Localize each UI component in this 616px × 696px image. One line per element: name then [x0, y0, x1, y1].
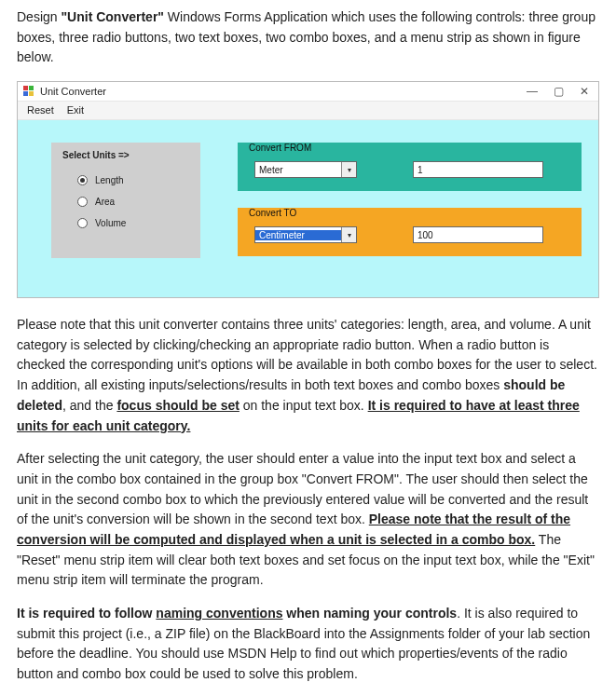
app-window: Unit Converter — ▢ ✕ Reset Exit Select U… — [17, 81, 599, 298]
radio-area[interactable] — [77, 197, 88, 207]
intro-prefix: Design — [17, 9, 61, 24]
p2-e: on the input text box. — [240, 398, 368, 413]
radio-length-row[interactable]: Length — [77, 175, 189, 185]
paragraph-3: After selecting the unit category, the u… — [17, 449, 599, 591]
combo-to-unit[interactable]: Centimeter ▾ — [254, 226, 357, 243]
groupbox-convert-to: Convert TO Centimeter ▾ 100 — [238, 208, 582, 256]
p4-a: It is required to follow — [17, 606, 156, 621]
textbox-to-value[interactable]: 100 — [413, 226, 543, 243]
menu-reset[interactable]: Reset — [27, 104, 54, 116]
window-buttons: — ▢ ✕ — [526, 86, 591, 97]
close-button[interactable]: ✕ — [578, 86, 591, 97]
titlebar-left: Unit Converter — [23, 86, 106, 97]
svg-rect-0 — [23, 86, 28, 90]
convert-to-legend: Convert TO — [247, 208, 298, 218]
paragraph-4: It is required to follow naming conventi… — [17, 604, 599, 685]
combo-from-value: Meter — [255, 165, 341, 175]
maximize-button[interactable]: ▢ — [552, 86, 565, 97]
radio-length[interactable] — [77, 175, 88, 185]
client-area: Select Units => Length Area Volume Conve… — [18, 120, 598, 297]
right-column: Convert FROM Meter ▾ 1 Convert TO — [238, 143, 582, 256]
window-title: Unit Converter — [40, 86, 106, 97]
document-page: Design "Unit Converter" Windows Forms Ap… — [0, 0, 616, 696]
textbox-from-text: 1 — [418, 165, 423, 175]
radio-volume-label: Volume — [95, 218, 126, 228]
groupbox-convert-from: Convert FROM Meter ▾ 1 — [238, 143, 582, 191]
svg-rect-3 — [29, 91, 34, 96]
groupbox-select-units: Select Units => Length Area Volume — [51, 143, 200, 258]
to-row: Centimeter ▾ 100 — [254, 226, 565, 243]
app-icon — [23, 86, 34, 97]
menu-strip: Reset Exit — [18, 101, 598, 120]
select-units-legend: Select Units => — [62, 150, 189, 160]
chevron-down-icon: ▾ — [341, 162, 356, 177]
p2-d: focus should be set — [116, 398, 239, 413]
from-row: Meter ▾ 1 — [254, 161, 565, 178]
menu-exit[interactable]: Exit — [67, 104, 84, 116]
svg-rect-2 — [23, 91, 28, 96]
radio-area-label: Area — [95, 197, 115, 207]
textbox-to-text: 100 — [418, 230, 433, 240]
p4-c: when naming your controls — [282, 606, 457, 621]
intro-appname: "Unit Converter" — [61, 9, 164, 24]
convert-from-legend: Convert FROM — [247, 143, 313, 153]
svg-rect-1 — [29, 86, 34, 90]
combo-from-unit[interactable]: Meter ▾ — [254, 161, 357, 178]
minimize-button[interactable]: — — [526, 86, 539, 97]
chevron-down-icon: ▾ — [341, 227, 356, 242]
radio-length-label: Length — [95, 175, 124, 185]
p4-b: naming conventions — [156, 606, 282, 621]
titlebar: Unit Converter — ▢ ✕ — [18, 82, 598, 101]
radio-volume[interactable] — [77, 218, 88, 228]
combo-to-value: Centimeter — [255, 230, 341, 240]
radio-area-row[interactable]: Area — [77, 197, 189, 207]
radio-volume-row[interactable]: Volume — [77, 218, 189, 228]
intro-paragraph: Design "Unit Converter" Windows Forms Ap… — [17, 7, 599, 68]
p2-c: , and the — [62, 398, 116, 413]
paragraph-2: Please note that this unit converter con… — [17, 315, 599, 436]
textbox-from-value[interactable]: 1 — [413, 161, 543, 178]
